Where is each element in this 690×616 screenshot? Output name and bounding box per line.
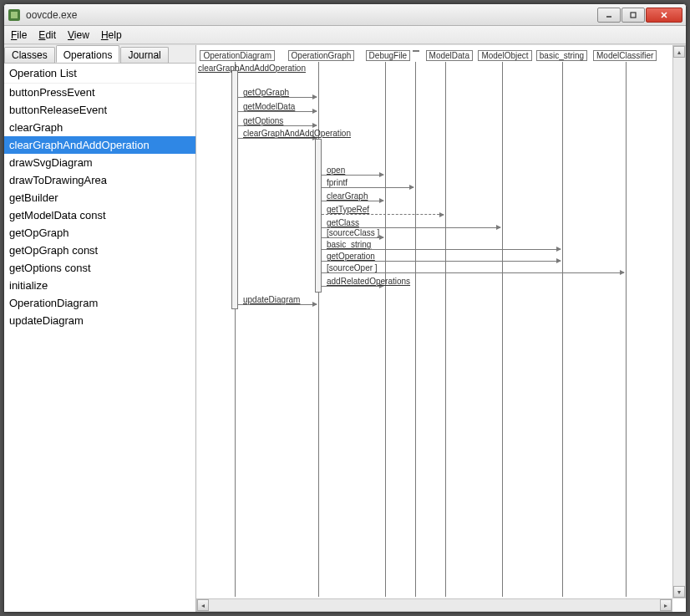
tab-operations[interactable]: Operations [56, 45, 120, 63]
message-arrow [322, 175, 383, 176]
message-label: open [327, 165, 345, 175]
message-arrow [238, 138, 317, 139]
message-label: getModelData [243, 102, 295, 111]
lifeline [385, 62, 386, 597]
tab-classes[interactable]: Classes [4, 47, 55, 63]
v-scrollbar[interactable]: ▴ ▾ [672, 45, 686, 598]
message-label: updateDiagram [243, 295, 300, 304]
menu-edit[interactable]: Edit [38, 29, 56, 41]
activation-bar [231, 70, 238, 309]
lifeline-header[interactable]: ModelClassifier [593, 50, 657, 61]
list-item[interactable]: buttonPressEvent [4, 84, 195, 101]
lifeline-header[interactable]: ModelData [426, 50, 473, 61]
list-item[interactable]: OperationDiagram [4, 294, 195, 312]
menu-view[interactable]: View [68, 29, 89, 41]
operation-list[interactable]: buttonPressEventbuttonReleaseEventclearG… [4, 84, 195, 612]
maximize-button[interactable] [622, 8, 645, 23]
app-icon [8, 8, 21, 22]
close-icon [660, 11, 668, 19]
menu-help[interactable]: Help [101, 29, 122, 41]
message-label: clearGraphAndAddOperation [243, 129, 351, 138]
maximize-icon [630, 12, 637, 18]
message-arrow [238, 304, 317, 305]
message-label: [sourceClass ] [327, 228, 379, 237]
message-label: getClass [327, 218, 359, 227]
message-label: addRelatedOperations [327, 277, 410, 286]
message-label: fprintf [327, 178, 348, 187]
h-scrollbar[interactable]: ◂ ▸ [196, 598, 672, 612]
minimize-button[interactable] [597, 8, 621, 23]
list-item[interactable]: clearGraph [4, 119, 195, 136]
window-title: oovcde.exe [26, 9, 596, 21]
lifeline [626, 62, 627, 597]
scroll-up-button[interactable]: ▴ [673, 46, 685, 58]
list-item[interactable]: getModelData const [4, 206, 195, 224]
svg-rect-1 [11, 12, 18, 18]
sidebar-tabs: Classes Operations Journal [4, 45, 195, 64]
tab-journal[interactable]: Journal [120, 47, 168, 63]
message-arrow [238, 97, 317, 98]
app-window: oovcde.exe File Edit View Help Classes O… [3, 3, 687, 613]
list-item[interactable]: buttonReleaseEvent [4, 101, 195, 119]
message-label: getOperation [327, 252, 375, 261]
menu-file[interactable]: File [11, 29, 27, 41]
list-item[interactable]: updateDiagram [4, 312, 195, 329]
close-button[interactable] [646, 8, 682, 23]
message-arrow [238, 125, 317, 126]
activation-bar [315, 139, 322, 293]
message-label: getOptions [243, 116, 283, 125]
scroll-down-button[interactable]: ▾ [673, 586, 685, 598]
scroll-right-button[interactable]: ▸ [660, 599, 672, 611]
message-label: clearGraph [327, 191, 368, 201]
list-item[interactable]: getOptions const [4, 259, 195, 277]
message-arrow [322, 201, 383, 201]
lifeline [502, 62, 503, 597]
message-arrow [238, 111, 317, 112]
initial-call-label: clearGraphAndAddOperation [198, 64, 306, 73]
message-arrow [322, 214, 444, 215]
sidebar: Classes Operations Journal Operation Lis… [4, 45, 196, 612]
message-arrow [322, 187, 413, 188]
list-item[interactable]: clearGraphAndAddOperation [4, 136, 195, 154]
message-label: getOpGraph [243, 88, 289, 97]
list-item[interactable]: getBuilder [4, 189, 195, 206]
message-label: basic_string [327, 240, 371, 249]
list-item[interactable]: getOpGraph [4, 224, 195, 242]
menubar: File Edit View Help [4, 26, 686, 44]
message-arrow [322, 249, 561, 250]
lifeline [445, 62, 446, 597]
lifeline-header[interactable]: DebugFile [366, 50, 411, 61]
message-arrow [322, 261, 561, 262]
message-arrow [322, 237, 383, 238]
list-item[interactable]: drawSvgDiagram [4, 154, 195, 171]
message-label: [sourceOper ] [327, 263, 378, 272]
svg-rect-3 [631, 13, 636, 18]
message-label: getTypeRef [327, 205, 369, 214]
list-item[interactable]: initialize [4, 277, 195, 294]
lifeline [562, 62, 563, 597]
sequence-diagram[interactable]: ◂ ▸ ▴ ▾ OperationDiagramOperationGraphDe… [196, 45, 686, 612]
operation-list-header: Operation List [4, 64, 195, 84]
lifeline-header[interactable]: ModelObject [478, 50, 531, 61]
lifeline-header[interactable]: OperationDiagram [200, 50, 275, 61]
lifeline-header[interactable]: OperationGraph [288, 50, 355, 61]
list-item[interactable]: getOpGraph const [4, 242, 195, 259]
lifeline [415, 62, 416, 597]
message-arrow [322, 272, 624, 273]
lifeline-header[interactable] [413, 50, 419, 52]
list-item[interactable]: drawToDrawingArea [4, 171, 195, 189]
titlebar[interactable]: oovcde.exe [4, 4, 686, 26]
message-arrow [322, 286, 383, 287]
minimize-icon [606, 12, 612, 18]
lifeline-header[interactable]: basic_string [536, 50, 587, 61]
scroll-left-button[interactable]: ◂ [197, 599, 209, 611]
main-body: Classes Operations Journal Operation Lis… [4, 44, 686, 612]
